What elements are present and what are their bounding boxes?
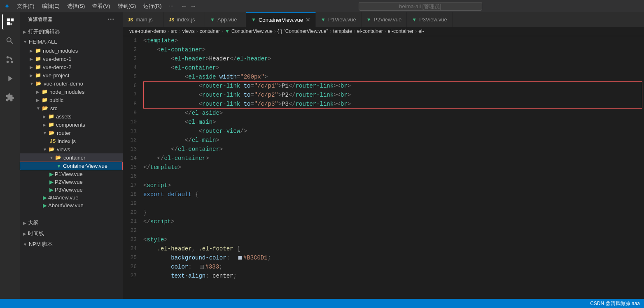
git-icon[interactable] (2, 52, 18, 67)
folder-icon: 📁 (35, 56, 41, 62)
menu-view[interactable]: 查看(V) (89, 2, 113, 11)
menu-file[interactable]: 文件(F) (14, 2, 38, 11)
tree-src[interactable]: ▼ 📂 src (20, 104, 123, 112)
forward-arrow[interactable]: → (190, 2, 196, 10)
svg-point-2 (7, 61, 9, 63)
breadcrumb-part[interactable]: ContainerView.vue (231, 28, 273, 34)
open-editors-section[interactable]: ▶ 打开的编辑器 (20, 26, 123, 37)
line-number: 20 (123, 208, 143, 217)
tree-container-view[interactable]: ▼ ContainerView.vue (20, 162, 123, 170)
breadcrumb-part[interactable]: el-container (388, 28, 414, 34)
line-content: export default { (143, 190, 644, 199)
breadcrumb-part[interactable]: views (182, 28, 195, 34)
extensions-icon[interactable] (2, 90, 18, 105)
line-content: <el-main> (143, 118, 644, 127)
tree-p3view[interactable]: ▶ P3View.vue (20, 186, 123, 194)
breadcrumb-sep: › (168, 28, 169, 34)
tree-container[interactable]: ▼ 📂 container (20, 153, 123, 162)
chevron-icon: ▼ (23, 242, 27, 247)
tab-close-icon[interactable]: ✕ (306, 16, 310, 23)
tree-p2view[interactable]: ▶ P2View.vue (20, 178, 123, 186)
tree-assets[interactable]: ▶ 📁 assets (20, 112, 123, 120)
tree-p1view[interactable]: ▶ P1View.vue (20, 170, 123, 178)
code-editor[interactable]: 1 <template> 2 <el-container> 3 <el-head… (123, 36, 644, 299)
vue-icon: ▶ (49, 187, 53, 193)
code-line-23: 23 <style> (123, 235, 644, 244)
tree-node-modules[interactable]: ▶ 📁 node_modules (20, 46, 123, 55)
tree-label: views (57, 146, 70, 153)
tree-index-js[interactable]: JS index.js (20, 137, 123, 145)
vue-file-icon: ▼ (412, 17, 417, 23)
tab-p3view[interactable]: ▼ P3View.vue (407, 12, 453, 27)
open-editors-chevron: ▶ (23, 30, 26, 34)
tree-label: vue-demo-2 (43, 64, 71, 70)
tree-vrd-node-modules[interactable]: ▶ 📁 node_modules (20, 88, 123, 96)
code-line-22: 22 (123, 226, 644, 235)
tab-main-js[interactable]: JS main.js (123, 12, 164, 27)
search-bar[interactable] (201, 2, 640, 11)
breadcrumb-part[interactable]: container (200, 28, 220, 34)
folder-icon: 📁 (41, 88, 48, 95)
tab-label: ContainerView.vue (259, 17, 303, 23)
code-line-24: 24 .el-header, .el-footer { (123, 244, 644, 253)
status-bar: CSDN @清风微凉 aaa (0, 299, 644, 308)
breadcrumb-part[interactable]: src (171, 28, 177, 34)
tree-views[interactable]: ▼ 📂 views (20, 145, 123, 153)
breadcrumb-part[interactable]: { } "ContainerView.vue" (278, 28, 328, 34)
tab-p2view[interactable]: ▼ P2View.vue (362, 12, 407, 27)
line-content (143, 199, 644, 208)
menu-more[interactable]: ··· (166, 2, 177, 11)
line-content: <el-header>Header</el-header> (143, 54, 644, 63)
line-content: <router-link to="/c/p2">P2</router-link>… (143, 90, 644, 100)
tree-vue-demo-1[interactable]: ▶ 📁 vue-demo-1 (20, 55, 123, 63)
svg-point-1 (7, 56, 9, 59)
section-label: NPM 脚本 (29, 241, 53, 248)
breadcrumb-part[interactable]: el-container (357, 28, 383, 34)
search-activity-icon[interactable] (2, 33, 18, 49)
tree-label: index.js (58, 138, 76, 144)
run-icon[interactable] (2, 71, 18, 86)
breadcrumb-part[interactable]: vue-router-demo (129, 28, 166, 34)
line-content: </el-aside> (143, 109, 644, 118)
timeline-section[interactable]: ▶ 时间线 (20, 228, 123, 239)
folder-icon: 📂 (35, 80, 42, 87)
tab-index-js[interactable]: JS index.js (164, 12, 205, 27)
tree-vue-project[interactable]: ▶ 📁 vue-project (20, 71, 123, 79)
menu-goto[interactable]: 转到(G) (114, 2, 140, 11)
breadcrumb-template[interactable]: template (333, 28, 352, 34)
tab-label: main.js (135, 16, 152, 23)
tree-router[interactable]: ▼ 📂 router (20, 129, 123, 137)
tab-app-vue[interactable]: ▼ App.vue (205, 12, 246, 27)
tab-p1view[interactable]: ▼ P1View.vue (316, 12, 362, 27)
chevron-icon: ▶ (43, 123, 46, 127)
breadcrumb-part[interactable]: el- (418, 28, 424, 34)
tree-vue-demo-2[interactable]: ▶ 📁 vue-demo-2 (20, 63, 123, 71)
js-file-icon: JS (169, 17, 174, 22)
search-input[interactable] (359, 2, 482, 11)
root-chevron: ▼ (23, 39, 27, 44)
code-line-21: 21 </script> (123, 217, 644, 226)
menu-select[interactable]: 选择(S) (64, 2, 88, 11)
chevron-icon: ▼ (43, 147, 47, 152)
back-arrow[interactable]: ← (181, 2, 187, 10)
tree-label: components (56, 122, 85, 128)
menu-run[interactable]: 运行(R) (140, 2, 165, 11)
line-number: 8 (123, 100, 143, 109)
line-content: } (143, 208, 644, 217)
line-content: <router-link to="/c/p3">P3</router-link>… (143, 100, 644, 109)
tab-container-view[interactable]: ▼ ContainerView.vue ✕ (246, 12, 316, 27)
outline-section[interactable]: ▶ 大纲 (20, 218, 123, 228)
tree-aboutview[interactable]: ▶ AboutView.vue (20, 201, 123, 209)
vue-file-icon: ▼ (366, 17, 371, 23)
tree-vue-router-demo[interactable]: ▼ 📂 vue-router-demo (20, 79, 123, 88)
npm-scripts-section[interactable]: ▼ NPM 脚本 (20, 239, 123, 250)
tree-404view[interactable]: ▶ 404View.vue (20, 194, 123, 201)
heima-all-root[interactable]: ▼ HEIMA-ALL (20, 37, 123, 46)
tree-components[interactable]: ▶ 📁 components (20, 120, 123, 129)
menu-edit[interactable]: 编辑(E) (39, 2, 63, 11)
code-line-9: 9 </el-aside> (123, 109, 644, 118)
tree-label: container (63, 155, 85, 161)
tree-public[interactable]: ▶ 📁 public (20, 96, 123, 104)
sidebar-more[interactable]: ··· (108, 16, 114, 23)
explorer-icon[interactable] (2, 14, 18, 30)
